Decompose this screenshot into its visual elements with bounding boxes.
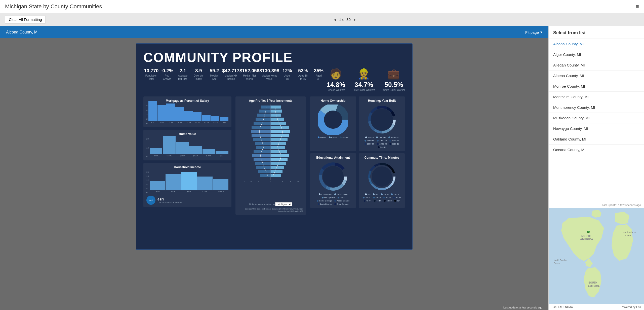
sidebar-item-montmorency[interactable]: Montmorency County, MI — [549, 102, 644, 113]
dashboard: COMMUNITY PROFILE 10,770 PopulationTotal… — [136, 43, 413, 250]
next-page-button[interactable]: ► — [353, 18, 357, 22]
svg-rect-24 — [271, 126, 289, 129]
pyramid-bars-left — [251, 106, 271, 177]
pyramid-svg: 12 8 4 0 4 8 12 — [238, 105, 303, 200]
education-legend: < 9th Grade No Diploma HS Diploma GED So… — [313, 193, 353, 205]
stat-population-total: 10,770 PopulationTotal — [143, 68, 159, 81]
svg-rect-29 — [271, 146, 285, 149]
svg-rect-36 — [271, 174, 281, 177]
svg-rect-1 — [259, 110, 271, 113]
top-bar: Michigan State by County Communities ≡ — [0, 0, 644, 13]
home-value-bars: <$50K $150K $250K $400K $750K $1M+ — [150, 138, 228, 158]
fit-page-button[interactable]: Fit page ▾ — [525, 30, 542, 35]
sidebar-item-monroe[interactable]: Monroe County, MI — [549, 81, 644, 92]
housing-year-legend: <1939 1940-49 1950-59 1960-69 1970-79 19… — [362, 136, 402, 148]
svg-text:12: 12 — [243, 180, 245, 183]
svg-rect-8 — [253, 138, 271, 141]
dashboard-wrapper: COMMUNITY PROFILE 10,770 PopulationTotal… — [0, 38, 548, 305]
pagination: ◄ 1 of 30 ► — [333, 17, 357, 22]
toolbar: Clear All Formatting ◄ 1 of 30 ► — [0, 13, 644, 26]
map-powered-by: Powered by Esri — [621, 305, 641, 308]
world-map-svg: NORTH AMERICA North Pacific Ocean North … — [549, 208, 644, 304]
household-income-title: Household Income — [146, 165, 228, 169]
svg-rect-30 — [271, 150, 287, 153]
mortgage-chart-title: Mortgage as Percent of Salary — [146, 99, 228, 102]
svg-rect-20 — [271, 110, 282, 113]
esri-logo-area: esri esri THE SCIENCE OF WHERE — [146, 196, 228, 205]
svg-rect-12 — [252, 154, 271, 157]
pagination-text: 1 of 30 — [339, 17, 351, 22]
main-layout: Alcona County, MI Fit page ▾ COMMUNITY P… — [0, 26, 644, 310]
education-chart: Educational Attainment — [310, 153, 356, 208]
sidebar-list: Alcona County, MI Alger County, MI Alleg… — [549, 39, 644, 202]
clear-formatting-button[interactable]: Clear All Formatting — [5, 16, 46, 23]
svg-rect-33 — [271, 162, 286, 165]
esri-name: esri — [157, 197, 182, 201]
education-svg — [318, 161, 348, 192]
mortgage-chart: Mortgage as Percent of Salary 8 6 4 2 0 — [143, 96, 231, 127]
comparison-state-select[interactable]: Michigan — [275, 202, 292, 206]
stat-median-age: 59.2 MedianAge — [207, 68, 222, 81]
sidebar-item-oakland[interactable]: Oakland County, MI — [549, 134, 644, 145]
housing-year-title: Housing: Year Built — [362, 99, 402, 102]
income-bars: <$15K $35K $75K $150K $200K+ — [150, 171, 228, 194]
svg-text:12: 12 — [297, 180, 299, 183]
home-ownership-legend: Owner Renter Vacant — [313, 136, 353, 139]
esri-circle-logo: esri — [146, 196, 155, 205]
svg-point-58 — [371, 109, 393, 131]
svg-rect-19 — [271, 106, 281, 109]
comparison-label: Dots show comparison to Michigan — [238, 202, 303, 206]
source-text: Source: U.S. Census Bureau, Census 2010 … — [238, 208, 303, 212]
commute-svg — [367, 161, 397, 192]
svg-rect-7 — [252, 134, 271, 137]
service-workers: 🧑 14.8% Service Workers — [327, 68, 345, 91]
svg-point-83 — [588, 231, 590, 232]
svg-rect-15 — [256, 166, 271, 169]
age-profile-title: Age Profile: 5 Year Increments — [238, 99, 303, 102]
home-ownership-chart: Home Ownership — [310, 96, 356, 151]
county-name: Alcona County, MI — [6, 30, 39, 35]
sidebar-item-allegan[interactable]: Allegan County, MI — [549, 60, 644, 71]
svg-rect-35 — [271, 170, 283, 173]
left-charts: Mortgage as Percent of Salary 8 6 4 2 0 — [143, 96, 231, 215]
charts-area: Mortgage as Percent of Salary 8 6 4 2 0 — [143, 96, 405, 215]
stat-net-worth: $152,056 Median NetWorth — [239, 68, 259, 81]
stat-pop-growth: -0.2% PopGrowth — [159, 68, 175, 81]
county-header: Alcona County, MI Fit page ▾ — [0, 26, 548, 38]
svg-rect-31 — [271, 154, 289, 157]
svg-text:AMERICA: AMERICA — [580, 238, 593, 241]
svg-text:NORTH: NORTH — [581, 234, 591, 237]
home-value-chart: Home Value 20 10 0 <$50K — [143, 130, 231, 160]
pyramid-bars-right — [271, 106, 290, 177]
sidebar-item-alger[interactable]: Alger County, MI — [549, 49, 644, 60]
sidebar-item-alcona[interactable]: Alcona County, MI — [549, 39, 644, 49]
hamburger-menu[interactable]: ≡ — [635, 3, 639, 10]
svg-rect-14 — [255, 162, 271, 165]
sidebar-timestamp: Last update: a few seconds ago — [549, 202, 644, 208]
svg-rect-27 — [271, 138, 288, 141]
stat-ages-18-65: 53% Ages 18to 65 — [295, 68, 311, 81]
last-update-text: Last update: a few seconds ago — [503, 306, 542, 309]
commute-legend: < 5 5-9 10-14 15-19 20-24 25-29 30-34 35… — [362, 193, 402, 202]
map-attribution-bar: Esri, FAO, NOAA Powered by Esri — [549, 304, 644, 310]
stat-home-value: $130,398 Median HomeValue — [259, 68, 279, 81]
svg-rect-17 — [260, 174, 271, 177]
sidebar-item-muskegon[interactable]: Muskegon County, MI — [549, 113, 644, 123]
household-income-chart: Household Income 20 16 12 8 4 0 — [143, 163, 231, 207]
blue-collar-icon: 👷 — [353, 68, 375, 80]
right-sidebar: Select from list Alcona County, MI Alger… — [548, 26, 644, 310]
worker-stats: 🧑 14.8% Service Workers 👷 34.7% Blue Col… — [327, 68, 405, 91]
svg-rect-13 — [254, 158, 271, 161]
income-y-axis: 20 16 12 8 4 0 — [146, 171, 150, 194]
sidebar-map: NORTH AMERICA North Pacific Ocean North … — [549, 208, 644, 304]
sidebar-item-montcalm[interactable]: Montcalm County, MI — [549, 92, 644, 102]
svg-rect-0 — [261, 106, 271, 109]
home-ownership-svg — [318, 105, 348, 135]
svg-rect-34 — [271, 166, 284, 169]
svg-rect-25 — [271, 130, 290, 133]
white-collar-workers: 💼 50.5% White Collar Worker — [383, 68, 405, 91]
sidebar-item-oceana[interactable]: Oceana County, MI — [549, 145, 644, 155]
sidebar-item-newaygo[interactable]: Newaygo County, MI — [549, 123, 644, 134]
sidebar-item-alpena[interactable]: Alpena County, MI — [549, 71, 644, 81]
prev-page-button[interactable]: ◄ — [333, 18, 337, 22]
